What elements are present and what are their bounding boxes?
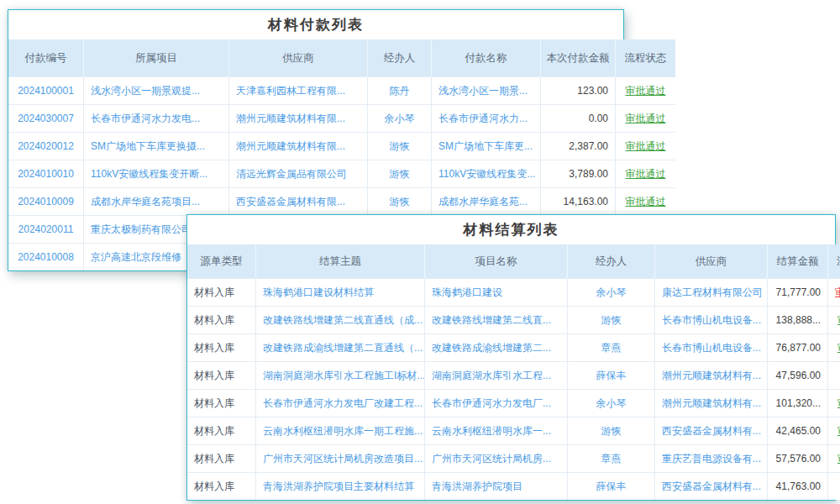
settlement-cell-settlement-subject[interactable]: 广州市天河区统计局机房改造项目... [256, 445, 425, 473]
payment-cell-handler[interactable]: 陈丹 [368, 77, 432, 105]
payment-column-handler: 经办人 [368, 39, 432, 77]
payment-cell-supplier[interactable]: 天津嘉利园林工程有限... [229, 77, 368, 105]
settlement-cell-status[interactable]: 审批通过 [828, 417, 840, 445]
payment-cell-project[interactable]: 110kV安徽线程集变开断... [84, 160, 229, 188]
payment-cell-handler[interactable]: 游恢 [368, 188, 432, 216]
settlement-cell-source-type: 材料入库 [187, 362, 256, 390]
settlement-cell-status[interactable]: 审批通过 [828, 445, 840, 473]
settlement-cell-supplier[interactable]: 潮州元顺建筑材料有... [655, 362, 768, 390]
settlement-cell-supplier[interactable]: 西安盛器金属材料有... [655, 473, 768, 501]
settlement-cell-settlement-subject[interactable]: 珠海鹤港口建设材料结算 [256, 279, 425, 307]
settlement-cell-project-name[interactable]: 湖南洞庭湖水库引水工程... [425, 362, 568, 390]
payment-cell-payment-name[interactable]: 浅水湾小区一期景... [432, 77, 541, 105]
payment-cell-project[interactable]: 浅水湾小区一期景观提... [84, 77, 229, 105]
settlement-cell-amount: 42,465.00 [768, 417, 828, 445]
settlement-cell-settlement-subject[interactable]: 改建铁路线增建第二线直通线（成... [256, 307, 425, 334]
payment-cell-supplier[interactable]: 潮州元顺建筑材料有限... [229, 105, 368, 133]
settlement-cell-handler[interactable]: 余小琴 [568, 390, 655, 417]
payment-cell-payment-id[interactable]: 2024030007 [8, 105, 84, 133]
settlement-cell-handler[interactable]: 薛保丰 [568, 473, 655, 501]
payment-row: 2024030007长春市伊通河水力发电...潮州元顺建筑材料有限...余小琴长… [8, 105, 675, 133]
payment-cell-payment-id[interactable]: 2024010009 [8, 188, 84, 216]
settlement-cell-settlement-subject[interactable]: 改建铁路成渝线增建第二直通线（... [256, 334, 425, 362]
settlement-column-settlement-subject: 结算主题 [256, 244, 425, 279]
settlement-column-status: 流程状态 [828, 244, 840, 279]
settlement-cell-project-name[interactable]: 珠海鹤港口建设 [425, 279, 568, 307]
settlement-cell-project-name[interactable]: 广州市天河区统计局机房... [425, 445, 568, 473]
settlement-cell-supplier[interactable]: 潮州元顺建筑材料有... [655, 390, 768, 417]
settlement-cell-supplier[interactable]: 重庆艺普电源设备有... [655, 445, 768, 473]
settlement-cell-supplier[interactable]: 西安盛器金属材料有... [655, 417, 768, 445]
payment-cell-handler[interactable]: 游恢 [368, 160, 432, 188]
payment-cell-project[interactable]: 成都水岸华庭名苑项目... [84, 188, 229, 216]
settlement-list-title: 材料结算列表 [187, 215, 835, 244]
settlement-cell-settlement-subject[interactable]: 长春市伊通河水力发电厂改建工程... [256, 390, 425, 417]
settlement-cell-supplier[interactable]: 康达工程材料有限公司 [655, 279, 768, 307]
settlement-cell-settlement-subject[interactable]: 湖南洞庭湖水库引水工程施工I标材... [256, 362, 425, 390]
settlement-cell-project-name[interactable]: 长春市伊通河水力发电厂... [425, 390, 568, 417]
payment-cell-status[interactable]: 审批通过 [616, 133, 676, 160]
payment-cell-project[interactable]: 长春市伊通河水力发电... [84, 105, 229, 133]
payment-cell-payment-name[interactable]: SM广场地下车库更... [432, 133, 541, 160]
payment-cell-payment-id[interactable]: 2024020012 [8, 133, 84, 160]
settlement-cell-amount: 138,888... [768, 307, 828, 334]
payment-cell-handler[interactable]: 余小琴 [368, 105, 432, 133]
payment-cell-status[interactable]: 审批通过 [616, 160, 676, 188]
payment-cell-supplier[interactable]: 清远光辉金属品有限公司 [229, 160, 368, 188]
settlement-header-row: 源单类型结算主题项目名称经办人供应商结算金额流程状态 [187, 244, 840, 279]
payment-cell-status[interactable]: 审批通过 [616, 188, 676, 216]
payment-cell-payment-id[interactable]: 2024100001 [8, 77, 84, 105]
payment-cell-payment-id[interactable]: 2024020011 [8, 216, 84, 244]
settlement-cell-status[interactable]: 审批通过 [828, 390, 840, 417]
payment-cell-amount: 2,387.00 [541, 133, 616, 160]
settlement-column-amount: 结算金额 [768, 244, 828, 279]
settlement-row: 材料入库青海洪湖养护院项目主要材料结算青海洪湖养护院项目薛保丰西安盛器金属材料有… [187, 473, 840, 501]
settlement-cell-settlement-subject[interactable]: 青海洪湖养护院项目主要材料结算 [256, 473, 425, 501]
payment-header-row: 付款编号所属项目供应商经办人付款名称本次付款金额流程状态 [8, 39, 675, 77]
settlement-cell-supplier[interactable]: 长春市博山机电设备... [655, 334, 768, 362]
payment-cell-status[interactable]: 审批通过 [616, 77, 676, 105]
payment-row: 2024020012SM广场地下车库更换摄...潮州元顺建筑材料有限...游恢S… [8, 133, 675, 160]
settlement-cell-handler[interactable]: 余小琴 [568, 279, 655, 307]
payment-cell-handler[interactable]: 游恢 [368, 133, 432, 160]
settlement-list-card: 材料结算列表 源单类型结算主题项目名称经办人供应商结算金额流程状态 材料入库珠海… [186, 214, 836, 501]
settlement-cell-status[interactable]: 审批不通过 [828, 279, 840, 307]
payment-cell-supplier[interactable]: 潮州元顺建筑材料有限... [229, 133, 368, 160]
settlement-cell-amount: 41,763.00 [768, 473, 828, 501]
payment-cell-amount: 123.00 [541, 77, 616, 105]
payment-cell-payment-name[interactable]: 长春市伊通河水力... [432, 105, 541, 133]
payment-row: 2024010009成都水岸华庭名苑项目...西安盛器金属材料有限...游恢成都… [8, 188, 675, 216]
settlement-cell-settlement-subject[interactable]: 云南水利枢纽潜明水库一期工程施... [256, 417, 425, 445]
payment-cell-supplier[interactable]: 西安盛器金属材料有限... [229, 188, 368, 216]
settlement-cell-project-name[interactable]: 青海洪湖养护院项目 [425, 473, 568, 501]
settlement-cell-handler[interactable]: 游恢 [568, 307, 655, 334]
settlement-table-header: 源单类型结算主题项目名称经办人供应商结算金额流程状态 [187, 244, 840, 279]
payment-cell-payment-name[interactable]: 110kV安徽线程集变... [432, 160, 541, 188]
settlement-cell-status: 审批中 [828, 362, 840, 390]
settlement-cell-status[interactable]: 审批通过 [828, 334, 840, 362]
payment-cell-status[interactable]: 审批通过 [616, 105, 676, 133]
settlement-cell-handler[interactable]: 薛保丰 [568, 362, 655, 390]
settlement-cell-status[interactable]: 审批通过 [828, 307, 840, 334]
settlement-cell-handler[interactable]: 章燕 [568, 334, 655, 362]
settlement-cell-source-type: 材料入库 [187, 445, 256, 473]
payment-cell-payment-id[interactable]: 2024010008 [8, 244, 84, 271]
settlement-cell-project-name[interactable]: 改建铁路成渝线增建第二... [425, 334, 568, 362]
payment-list-title: 材料付款列表 [8, 10, 623, 39]
settlement-row: 材料入库改建铁路成渝线增建第二直通线（...改建铁路成渝线增建第二...章燕长春… [187, 334, 840, 362]
settlement-cell-source-type: 材料入库 [187, 334, 256, 362]
settlement-cell-project-name[interactable]: 云南水利枢纽潜明水库一... [425, 417, 568, 445]
payment-cell-amount: 3,789.00 [541, 160, 616, 188]
payment-row: 2024100001浅水湾小区一期景观提...天津嘉利园林工程有限...陈丹浅水… [8, 77, 675, 105]
payment-column-project: 所属项目 [84, 39, 229, 77]
settlement-cell-project-name[interactable]: 改建铁路线增建第二线直... [425, 307, 568, 334]
payment-cell-project[interactable]: SM广场地下车库更换摄... [84, 133, 229, 160]
settlement-cell-status: 未提交 [828, 473, 840, 501]
settlement-row: 材料入库云南水利枢纽潜明水库一期工程施...云南水利枢纽潜明水库一...游恢西安… [187, 417, 840, 445]
settlement-cell-handler[interactable]: 章燕 [568, 445, 655, 473]
settlement-cell-supplier[interactable]: 长春市博山机电设备... [655, 307, 768, 334]
settlement-cell-handler[interactable]: 游恢 [568, 417, 655, 445]
payment-cell-payment-name[interactable]: 成都水岸华庭名苑... [432, 188, 541, 216]
payment-cell-payment-id[interactable]: 2024010010 [8, 160, 84, 188]
settlement-cell-amount: 101,320... [768, 390, 828, 417]
